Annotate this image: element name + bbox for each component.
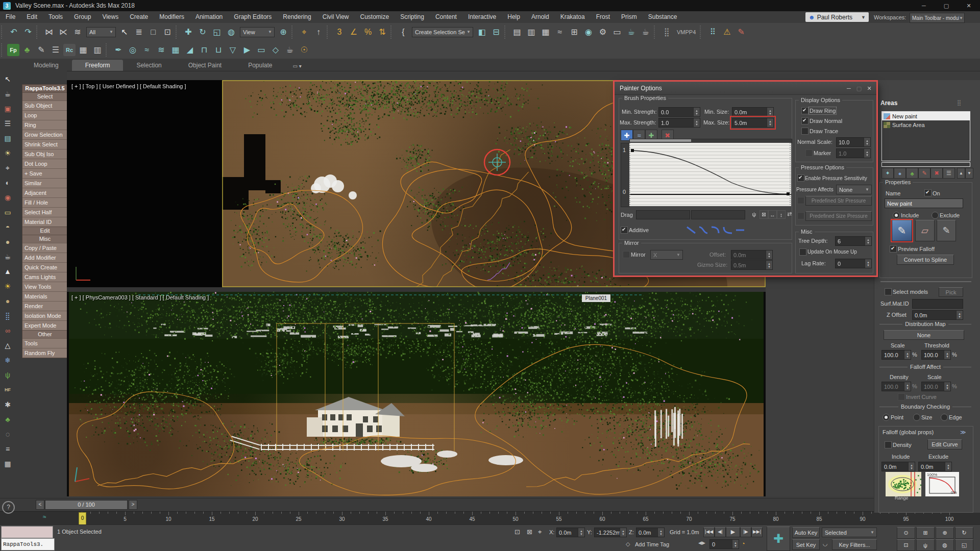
rappatools-quick-create[interactable]: Quick Create xyxy=(22,262,67,272)
menu-interactive[interactable]: Interactive xyxy=(462,11,502,23)
menu-substance[interactable]: Substance xyxy=(643,11,683,23)
camera-icon[interactable]: ⌖ xyxy=(2,162,14,174)
dialog-title-bar[interactable]: Painter Options ─ ▢ ✕ xyxy=(615,82,876,95)
table-tools-icon[interactable]: ▥ xyxy=(91,43,104,57)
redo-icon[interactable]: ↷ xyxy=(21,26,35,39)
array-icon[interactable]: ⠿ xyxy=(706,26,719,39)
selection-filter-dropdown[interactable]: All▼ xyxy=(86,27,116,37)
play-shape-icon[interactable]: ▶ xyxy=(240,43,254,57)
preset-ease-curve-icon[interactable] xyxy=(697,226,709,234)
spinner-buttons[interactable]: ▲▼ xyxy=(864,138,870,146)
dialog-close-button[interactable]: ✕ xyxy=(864,84,874,93)
rappatools-adjacent[interactable]: Adjacent xyxy=(22,188,67,197)
extrude-down-icon[interactable]: ▽ xyxy=(226,43,239,57)
pan-horizontal-icon[interactable]: ⇄ xyxy=(786,210,793,218)
fg-include-field[interactable]: 0.0m▲▼ xyxy=(881,462,915,471)
plane-tool-icon[interactable]: ◇ xyxy=(269,43,282,57)
swirl-icon[interactable]: ✱ xyxy=(2,398,14,411)
viewport-splitter[interactable] xyxy=(67,287,766,292)
draw-ring-checkbox[interactable] xyxy=(801,107,808,114)
named-selection-dropdown[interactable]: Create Selection Se▼ xyxy=(412,27,473,37)
selection-lock-icon[interactable]: ⊠ xyxy=(527,528,532,536)
spinner-buttons[interactable]: ▲▼ xyxy=(732,540,739,548)
auto-key-button[interactable]: Auto Key xyxy=(792,527,820,538)
area-name-field[interactable]: New paint xyxy=(885,198,963,208)
scatter-dots-icon[interactable]: ⣿ xyxy=(2,310,14,322)
menu-content[interactable]: Content xyxy=(430,11,462,23)
leaf-icon[interactable]: ♣ xyxy=(2,413,14,425)
reference-coordinate-dropdown[interactable]: View▼ xyxy=(240,27,275,37)
tab-selection[interactable]: Selection xyxy=(123,60,175,71)
z-offset-field[interactable]: 0.0m▲▼ xyxy=(912,310,963,320)
conform-brush-icon[interactable]: ♣ xyxy=(20,43,34,57)
sun-icon[interactable]: ☀ xyxy=(2,280,14,292)
projector-icon[interactable]: ◐ xyxy=(2,177,14,189)
schematic-view-icon[interactable]: ⊞ xyxy=(568,26,581,39)
drag-field-2[interactable] xyxy=(691,210,745,219)
preset-fast-out-curve-icon[interactable] xyxy=(709,226,722,234)
min-strength-field[interactable]: 0.0▲▼ xyxy=(658,107,700,117)
previous-frame-button[interactable]: < xyxy=(36,500,44,510)
add-point-area-button[interactable]: ✦ xyxy=(881,168,894,179)
areas-list[interactable]: New paint Surface Area xyxy=(881,111,970,161)
pan-hand-icon[interactable]: ψ xyxy=(916,539,935,551)
marker-checkbox[interactable] xyxy=(805,149,813,157)
select-and-scale-icon[interactable]: ◱ xyxy=(210,26,224,39)
noise-tool-icon[interactable]: ≋ xyxy=(155,43,168,57)
rappatools-render[interactable]: Render xyxy=(22,301,67,311)
dist-threshold-field[interactable]: 100.0▲▼ xyxy=(921,350,951,360)
set-keys-button[interactable]: ✚ xyxy=(767,527,790,551)
menu-create[interactable]: Create xyxy=(124,11,154,23)
list-item[interactable]: Surface Area xyxy=(882,120,970,129)
use-pivot-center-icon[interactable]: ⊕ xyxy=(277,26,290,39)
go-to-start-button[interactable]: |◀◀ xyxy=(703,527,715,537)
time-slider[interactable]: 0 / 100 xyxy=(45,500,128,510)
normal-scale-field[interactable]: 10.0▲▼ xyxy=(836,137,871,147)
spinner-snap-icon[interactable]: ⇅ xyxy=(376,26,389,39)
render-production-icon[interactable]: ☕ xyxy=(625,26,638,39)
grass-icon[interactable]: ψ xyxy=(2,369,14,381)
zoom-extents-icon[interactable]: ⊠ xyxy=(760,210,768,219)
spinner-buttons[interactable]: ▲▼ xyxy=(944,350,950,359)
tab-populate[interactable]: Populate xyxy=(235,60,285,71)
teapot-render-icon[interactable]: ☕ xyxy=(283,43,297,57)
fg-density-checkbox[interactable] xyxy=(885,441,892,448)
delete-area-button[interactable]: ✖ xyxy=(930,168,943,179)
paint-deform-icon[interactable]: ✎ xyxy=(734,26,748,39)
add-paint-area-button[interactable]: ✎ xyxy=(918,168,930,179)
warning-icon[interactable]: ⚠ xyxy=(720,26,733,39)
rappatools-loop[interactable]: Loop xyxy=(22,110,67,120)
select-and-link-icon[interactable]: ⋈ xyxy=(42,26,56,39)
add-sphere-area-button[interactable]: ● xyxy=(894,168,906,179)
point-radio[interactable] xyxy=(883,414,890,421)
pyramid-icon[interactable]: △ xyxy=(2,339,14,352)
maximize-viewport-icon[interactable]: ◱ xyxy=(955,539,973,551)
color-grid-icon[interactable]: ▤ xyxy=(2,132,14,144)
orbit-icon[interactable]: ↻ xyxy=(955,527,973,539)
script-rc-icon[interactable]: Rc xyxy=(63,44,76,56)
time-configuration-icon[interactable]: ◔ xyxy=(741,540,745,547)
rappatools-fill-hole[interactable]: Fill / Hole xyxy=(22,197,67,207)
cursor-icon[interactable]: ↖ xyxy=(2,73,14,85)
rappatools-dot-loop[interactable]: Dot Loop xyxy=(22,159,67,168)
edge-radio[interactable] xyxy=(941,414,948,421)
spinner-buttons[interactable]: ▲▼ xyxy=(578,528,584,537)
snaps-toggle-icon[interactable]: 3 xyxy=(333,26,346,39)
next-key-button[interactable]: |▶ xyxy=(740,527,751,537)
grid-tools-icon[interactable]: ▦ xyxy=(77,43,90,57)
max-strength-field[interactable]: 1.0▲▼ xyxy=(658,118,700,128)
convert-to-spline-button[interactable]: Convert to Spline xyxy=(897,255,954,265)
preset-steep-curve-icon[interactable] xyxy=(685,226,697,234)
spinner-buttons[interactable]: ▲▼ xyxy=(865,237,871,245)
zoom-horizontal-icon[interactable]: ↔ xyxy=(768,210,777,219)
align-icon[interactable]: ⊟ xyxy=(489,26,503,39)
user-account-button[interactable]: ☻ Paul Roberts ▼ xyxy=(805,12,869,22)
rappatools-grow-selection[interactable]: Grow Selection xyxy=(22,130,67,139)
size-radio[interactable] xyxy=(913,414,920,421)
rings-icon[interactable]: ◌ xyxy=(2,428,14,440)
mirror-icon[interactable]: ◧ xyxy=(475,26,488,39)
ribbon-config-dropdown[interactable]: ▭ ▾ xyxy=(293,63,302,69)
move-down-button[interactable]: ▼ xyxy=(965,168,973,179)
coordinate-display-icon[interactable]: ⌖ xyxy=(538,528,542,536)
eraser-mode-button[interactable]: ▱ xyxy=(915,220,935,241)
